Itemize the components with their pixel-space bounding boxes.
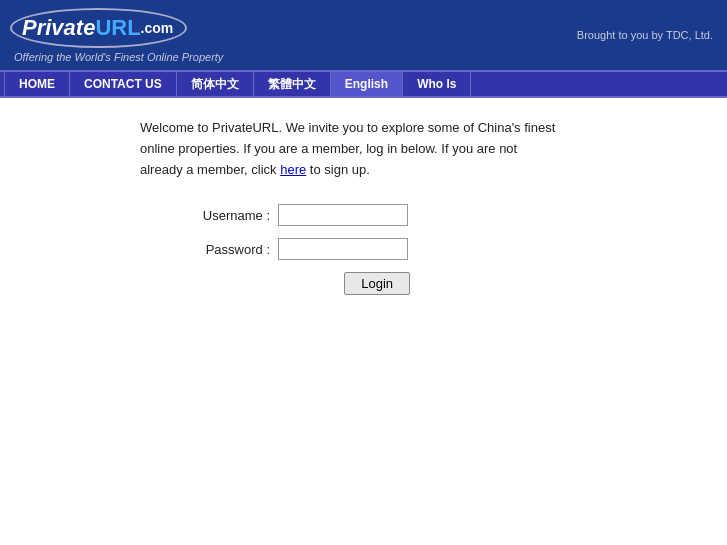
username-label: Username : xyxy=(180,208,270,223)
welcome-line1: Welcome to PrivateURL. We invite you to … xyxy=(140,120,555,135)
nav-simplified-chinese[interactable]: 简体中文 xyxy=(177,72,254,96)
login-btn-row: Login xyxy=(180,272,410,295)
nav-contact-us[interactable]: CONTACT US xyxy=(70,72,177,96)
brought-by: Brought to you by TDC, Ltd. xyxy=(577,29,713,41)
login-button[interactable]: Login xyxy=(344,272,410,295)
logo-url: URL xyxy=(95,15,140,41)
welcome-line3-end: to sign up. xyxy=(306,162,370,177)
logo-private: Private xyxy=(22,15,95,41)
nav-english[interactable]: English xyxy=(331,72,403,96)
username-row: Username : xyxy=(180,204,697,226)
main-content: Welcome to PrivateURL. We invite you to … xyxy=(0,98,727,315)
nav-traditional-chinese[interactable]: 繁體中文 xyxy=(254,72,331,96)
tagline: Offering the World's Finest Online Prope… xyxy=(14,51,223,63)
logo-dotcom: .com xyxy=(141,20,174,36)
nav-home[interactable]: HOME xyxy=(4,72,70,96)
password-input[interactable] xyxy=(278,238,408,260)
password-label: Password : xyxy=(180,242,270,257)
nav-who-is[interactable]: Who Is xyxy=(403,72,471,96)
navbar: HOME CONTACT US 简体中文 繁體中文 English Who Is xyxy=(0,70,727,98)
header: Private URL .com Offering the World's Fi… xyxy=(0,0,727,70)
welcome-text: Welcome to PrivateURL. We invite you to … xyxy=(140,118,560,180)
login-form: Username : Password : Login xyxy=(180,204,697,295)
logo-area: Private URL .com Offering the World's Fi… xyxy=(10,8,223,63)
password-row: Password : xyxy=(180,238,697,260)
username-input[interactable] xyxy=(278,204,408,226)
welcome-line3: already a member, click xyxy=(140,162,280,177)
welcome-line2: online properties. If you are a member, … xyxy=(140,141,517,156)
here-link[interactable]: here xyxy=(280,162,306,177)
logo-oval: Private URL .com xyxy=(10,8,187,48)
